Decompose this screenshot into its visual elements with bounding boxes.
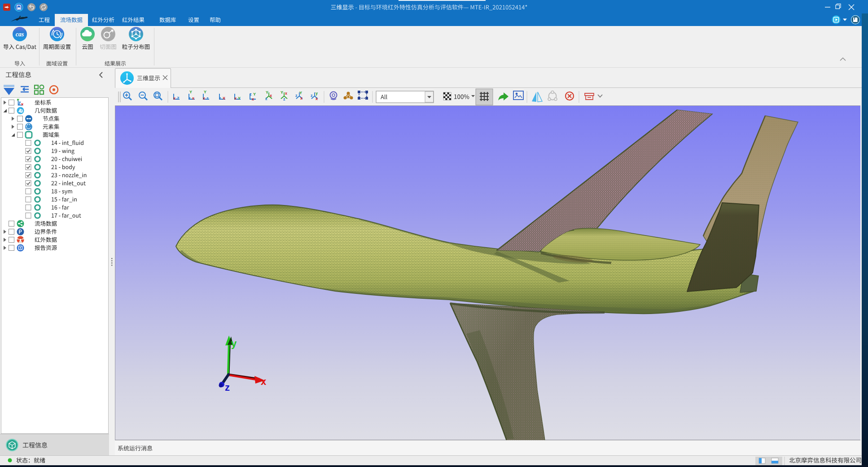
svg-text:z: z: [265, 96, 267, 101]
svg-text:z: z: [295, 93, 298, 98]
svg-text:x: x: [316, 96, 318, 101]
svg-text:x: x: [173, 96, 175, 100]
svg-text:X: X: [223, 96, 225, 100]
svg-text:Z: Z: [177, 96, 180, 100]
svg-text:x: x: [285, 91, 287, 96]
svg-text:cas: cas: [16, 31, 24, 38]
svg-text:x: x: [252, 97, 254, 101]
svg-text:y: y: [316, 91, 318, 96]
svg-text:Y: Y: [266, 90, 268, 95]
svg-text:x: x: [192, 96, 194, 100]
svg-text:z: z: [283, 97, 285, 101]
svg-text:z: z: [189, 96, 191, 100]
svg-text:Y: Y: [189, 90, 192, 94]
svg-text:z: z: [250, 92, 252, 96]
svg-text:Y: Y: [253, 92, 256, 96]
svg-text:x: x: [234, 96, 237, 100]
svg-text:z: z: [206, 96, 209, 100]
svg-text:x: x: [203, 96, 205, 100]
svg-text:x: x: [270, 93, 272, 98]
svg-text:z: z: [311, 93, 313, 98]
svg-text:z: z: [219, 96, 221, 100]
svg-text:Y: Y: [299, 91, 302, 95]
svg-text:Y: Y: [238, 96, 241, 100]
svg-text:Y: Y: [204, 90, 206, 94]
svg-text:Y: Y: [281, 90, 283, 95]
svg-text:x: x: [300, 96, 302, 100]
